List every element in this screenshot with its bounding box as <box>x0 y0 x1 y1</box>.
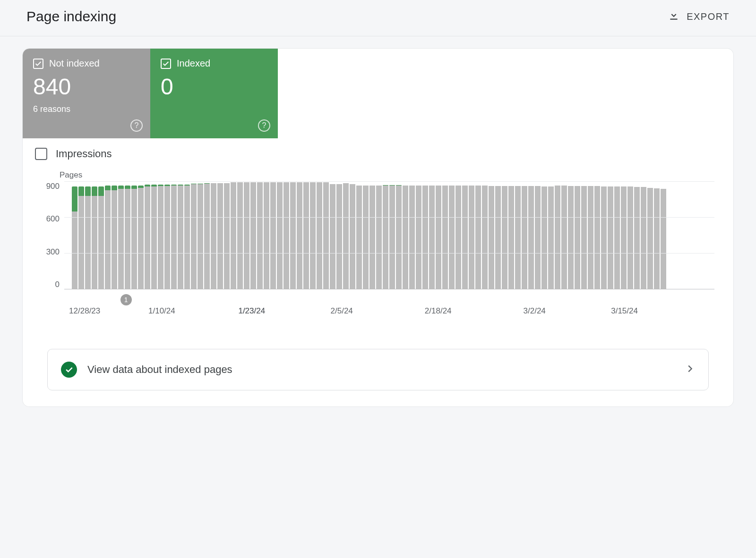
export-button[interactable]: EXPORT <box>668 9 730 24</box>
tile-indexed-value: 0 <box>161 74 267 100</box>
chart-ytick: 600 <box>46 214 60 224</box>
download-icon <box>668 9 680 24</box>
chart-xtick: 3/15/24 <box>611 306 638 316</box>
impressions-toggle[interactable]: Impressions <box>23 138 733 160</box>
tile-not-indexed-value: 840 <box>33 74 140 100</box>
tile-indexed-label: Indexed <box>177 58 210 69</box>
help-icon[interactable]: ? <box>258 119 270 132</box>
chart-ytick: 300 <box>46 247 60 257</box>
chart-annotation-badge: 1 <box>120 294 132 305</box>
chart-xtick: 12/28/23 <box>69 306 100 316</box>
indexing-card: Not indexed 840 6 reasons ? Indexed 0 ? … <box>23 49 733 406</box>
chart-plot: 1 <box>64 182 714 289</box>
chart-ylabel: Pages <box>60 170 714 180</box>
chart-xtick: 2/18/24 <box>425 306 452 316</box>
chevron-right-icon <box>685 364 695 376</box>
view-indexed-pages-button[interactable]: View data about indexed pages <box>47 349 709 390</box>
checkbox-checked-icon <box>161 59 171 69</box>
export-label: EXPORT <box>687 11 730 22</box>
check-circle-icon <box>61 362 77 378</box>
chart-ytick: 900 <box>46 182 60 191</box>
chart-xtick: 2/5/24 <box>331 306 353 316</box>
tile-not-indexed[interactable]: Not indexed 840 6 reasons ? <box>23 49 150 138</box>
tile-not-indexed-sub: 6 reasons <box>33 104 140 114</box>
tile-indexed[interactable]: Indexed 0 ? <box>150 49 278 138</box>
chart-xtick: 1/23/24 <box>238 306 265 316</box>
chart-xtick: 1/10/24 <box>148 306 175 316</box>
chart-xaxis: 12/28/231/10/241/23/241/23/242/5/242/18/… <box>72 306 714 325</box>
chart: Pages 9006003000 1 12/28/231/10/241/23/2… <box>23 160 733 325</box>
checkbox-unchecked-icon <box>35 148 47 160</box>
chart-ytick: 0 <box>55 280 60 289</box>
page-title: Page indexing <box>26 8 116 25</box>
cta-text: View data about indexed pages <box>87 364 674 376</box>
checkbox-checked-icon <box>33 59 43 69</box>
help-icon[interactable]: ? <box>130 119 143 132</box>
tile-not-indexed-label: Not indexed <box>49 58 100 69</box>
chart-yaxis: 9006003000 <box>36 182 64 289</box>
chart-xtick: 3/2/24 <box>524 306 546 316</box>
impressions-label: Impressions <box>56 148 112 160</box>
